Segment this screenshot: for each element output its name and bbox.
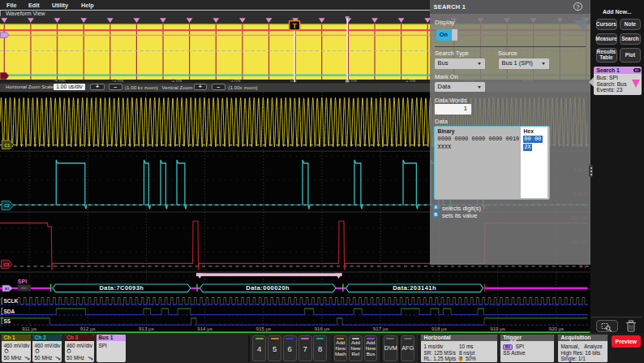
svg-text:Data:203141h: Data:203141h — [393, 284, 436, 292]
svg-text:C3: C3 — [4, 262, 10, 267]
svg-text:B1: B1 — [5, 287, 10, 291]
svg-text:916 µs: 916 µs — [315, 326, 330, 331]
svg-text:911 µs: 911 µs — [22, 326, 36, 331]
svg-text:C2: C2 — [4, 203, 10, 208]
svg-text:SS: SS — [4, 318, 11, 324]
svg-text:917 µs: 917 µs — [373, 326, 389, 331]
svg-text:912 µs: 912 µs — [80, 326, 96, 331]
svg-text:913 µs: 913 µs — [139, 326, 154, 331]
svg-text:-3 ms: -3 ms — [112, 78, 123, 83]
svg-text:918 µs: 918 µs — [431, 326, 447, 331]
svg-text:SCLK: SCLK — [4, 298, 19, 304]
svg-text:920 µs: 920 µs — [548, 326, 564, 331]
svg-text:SDA: SDA — [4, 309, 15, 314]
svg-text:-1 ms: -1 ms — [230, 78, 241, 83]
svg-text:Data:7C0093h: Data:7C0093h — [99, 284, 144, 292]
svg-text:919 µs: 919 µs — [490, 326, 505, 331]
svg-text:SPI: SPI — [18, 279, 27, 284]
svg-text:C1: C1 — [4, 143, 10, 148]
svg-text:Data:000020h: Data:000020h — [246, 284, 290, 292]
svg-text:-2 ms: -2 ms — [170, 78, 182, 83]
svg-text:T: T — [459, 357, 462, 361]
svg-text:-4 ms: -4 ms — [54, 78, 65, 83]
svg-text:0 s: 0 s — [290, 78, 297, 83]
svg-text:914 µs: 914 µs — [197, 326, 213, 331]
svg-text:T: T — [292, 22, 297, 30]
svg-text:2 ms: 2 ms — [406, 78, 415, 83]
svg-text:915 µs: 915 µs — [255, 326, 271, 331]
